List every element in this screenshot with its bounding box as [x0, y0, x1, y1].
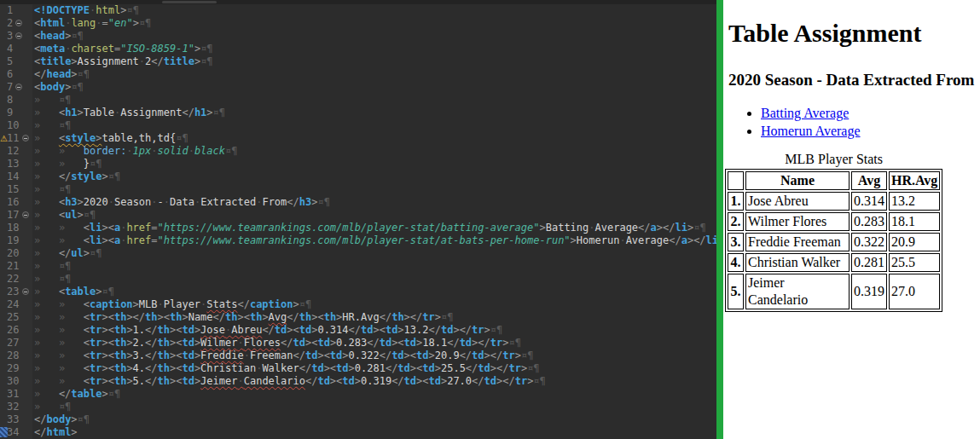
code-token: </ [34, 68, 46, 80]
batting-average-link[interactable]: Batting Average [761, 106, 849, 120]
code-line[interactable]: 10»¤¶ [0, 119, 716, 132]
code-token: >< [101, 311, 113, 323]
code-line[interactable]: 4<meta·charset="ISO-8859-1">¤¶ [0, 43, 716, 55]
code-line[interactable]: 26»»<tr><th>1.</th><td>Jose·Abreu</td><t… [0, 324, 716, 337]
code-line[interactable]: 18»»<li><a·href="https://www.teamranking… [0, 222, 716, 234]
code-text[interactable]: »»<caption>MLB·Player·Stats</caption>¤¶ [34, 298, 311, 311]
code-line[interactable]: 3<head>¤¶ [0, 30, 716, 43]
code-text[interactable]: »¤¶ [34, 260, 71, 273]
code-line[interactable]: 30»»<tr><th>5.</th><td>Jeimer·Candelario… [0, 375, 716, 388]
code-text[interactable]: »¤¶ [34, 273, 71, 286]
fold-toggle-icon[interactable] [15, 32, 22, 39]
code-line[interactable]: 21»¤¶ [0, 260, 716, 273]
code-token: ¤¶ [71, 81, 83, 93]
code-text[interactable]: »¤¶ [34, 94, 71, 107]
code-text[interactable]: <head>¤¶ [34, 30, 84, 43]
code-text[interactable]: »»<li><a·href="https://www.teamrankings.… [34, 222, 706, 234]
code-text[interactable]: »»<tr><th></th><th>Name</th><th>Avg</th>… [34, 311, 453, 324]
code-token: 5. [133, 375, 145, 387]
code-lines[interactable]: 1<!DOCTYPE·html>¤¶2<html·lang·="en">¤¶3<… [0, 4, 716, 439]
code-text[interactable]: »¤¶ [34, 183, 71, 196]
code-text[interactable]: <title>Assignment·2</title>¤¶ [34, 55, 213, 68]
fold-toggle-icon[interactable] [22, 135, 29, 142]
code-line[interactable]: 25»»<tr><th></th><th>Name</th><th>Avg</t… [0, 311, 716, 324]
code-text[interactable]: »¤¶ [34, 401, 71, 413]
code-line[interactable]: 22»¤¶ [0, 273, 716, 286]
code-line[interactable]: 2<html·lang·="en">¤¶ [0, 17, 716, 30]
code-line[interactable]: 5<title>Assignment·2</title>¤¶ [0, 55, 716, 68]
code-text[interactable]: </body>¤¶ [34, 413, 90, 426]
fold-toggle-icon[interactable] [15, 84, 22, 90]
code-token: </ [367, 337, 379, 349]
code-text[interactable]: <body>¤¶ [34, 81, 84, 94]
code-token: >< [391, 337, 403, 349]
code-line[interactable]: 23»<table>¤¶ [0, 286, 716, 298]
code-line[interactable]: 19»»<li><a·href="https://www.teamranking… [0, 234, 716, 247]
code-text[interactable]: »<ul>¤¶ [34, 209, 96, 222]
code-token: th [158, 337, 170, 349]
code-line[interactable]: 9»<h1>Table·Assignment</h1>¤¶ [0, 107, 716, 119]
code-text[interactable]: »<h3>2020·Season·-·Data·Extracted·From</… [34, 196, 330, 209]
code-line[interactable]: 14»</style>¤¶ [0, 170, 716, 183]
code-line[interactable]: 32»¤¶ [0, 401, 716, 413]
homerun-average-link[interactable]: Homerun Average [761, 124, 861, 138]
code-line[interactable]: 1<!DOCTYPE·html>¤¶ [0, 4, 716, 17]
code-text[interactable]: »»<tr><th>3.</th><td>Freddie·Freeman</td… [34, 349, 533, 362]
code-line[interactable]: 8»¤¶ [0, 94, 716, 107]
code-text[interactable]: <html·lang·="en">¤¶ [34, 17, 151, 30]
code-token: td [182, 362, 194, 374]
code-line[interactable]: 33</body>¤¶ [0, 413, 716, 426]
fold-toggle-icon[interactable] [22, 211, 29, 218]
code-text[interactable]: </head>¤¶ [34, 68, 90, 81]
code-editor[interactable]: 1<!DOCTYPE·html>¤¶2<html·lang·="en">¤¶3<… [0, 0, 716, 439]
scrollbar-thumb[interactable] [162, 1, 217, 3]
fold-toggle-icon[interactable] [22, 288, 29, 295]
code-text[interactable]: »»<tr><th>4.</th><td>Christian·Walker</t… [34, 362, 540, 375]
code-line[interactable]: 34</html> [0, 426, 716, 439]
code-text[interactable]: »<h1>Table·Assignment</h1>¤¶ [34, 107, 225, 119]
line-number: 8 [7, 94, 13, 107]
code-token: ></ [496, 375, 515, 387]
code-token: caption [250, 298, 293, 310]
code-line[interactable]: 28»»<tr><th>3.</th><td>Freddie·Freeman</… [0, 349, 716, 362]
code-token: td [275, 324, 287, 336]
code-token: » [34, 158, 59, 170]
code-text[interactable]: »<table>¤¶ [34, 286, 114, 298]
code-text[interactable]: »<style>table,th,td{¤¶ [34, 132, 188, 145]
code-token: ></ [657, 222, 676, 234]
code-text[interactable]: <!DOCTYPE·html>¤¶ [34, 4, 139, 17]
code-line[interactable]: 12»»border:·1px·solid·black¤¶ [0, 145, 716, 158]
code-line[interactable]: 7<body>¤¶ [0, 81, 716, 94]
code-line[interactable]: 17»<ul>¤¶ [0, 209, 716, 222]
code-text[interactable]: »»}¤¶ [34, 158, 101, 170]
code-line[interactable]: 6</head>¤¶ [0, 68, 716, 81]
pane-divider[interactable] [716, 0, 723, 439]
code-line[interactable]: 31»</table>¤¶ [0, 388, 716, 401]
code-text[interactable]: »»<tr><th>5.</th><td>Jeimer·Candelario</… [34, 375, 546, 388]
code-token: < [84, 362, 90, 374]
code-token: ¤¶ [213, 107, 225, 118]
code-text[interactable]: <meta·charset="ISO-8859-1">¤¶ [34, 43, 213, 55]
code-text[interactable]: »</style>¤¶ [34, 170, 120, 183]
code-line[interactable]: ⚠11»<style>table,th,td{¤¶ [0, 132, 716, 145]
code-line[interactable]: 13»»}¤¶ [0, 158, 716, 170]
code-text[interactable]: »»<li><a·href="https://www.teamrankings.… [34, 234, 716, 247]
code-text[interactable]: »</table>¤¶ [34, 388, 120, 401]
code-token: > [71, 413, 77, 425]
code-line[interactable]: 16»<h3>2020·Season·-·Data·Extracted·From… [0, 196, 716, 209]
code-line[interactable]: 15»¤¶ [0, 183, 716, 196]
code-line[interactable]: 20»</ul>¤¶ [0, 247, 716, 260]
code-line[interactable]: 29»»<tr><th>4.</th><td>Christian·Walker<… [0, 362, 716, 375]
code-text[interactable]: »»<tr><th>1.</th><td>Jose·Abreu</td><td>… [34, 324, 502, 337]
code-line[interactable]: 24»»<caption>MLB·Player·Stats</caption>¤… [0, 298, 716, 311]
fold-toggle-icon[interactable] [15, 20, 22, 26]
code-text[interactable]: »¤¶ [34, 119, 71, 132]
code-text[interactable]: »»<tr><th>2.</th><td>Wilmer·Flores</td><… [34, 337, 521, 349]
code-token: </ [305, 375, 317, 387]
code-token: > [78, 196, 84, 208]
code-line[interactable]: 27»»<tr><th>2.</th><td>Wilmer·Flores</td… [0, 337, 716, 349]
code-text[interactable]: </html> [34, 426, 78, 439]
code-text[interactable]: »</ul>¤¶ [34, 247, 101, 260]
code-token: 3. [133, 349, 145, 361]
code-text[interactable]: »»border:·1px·solid·black¤¶ [34, 145, 237, 158]
